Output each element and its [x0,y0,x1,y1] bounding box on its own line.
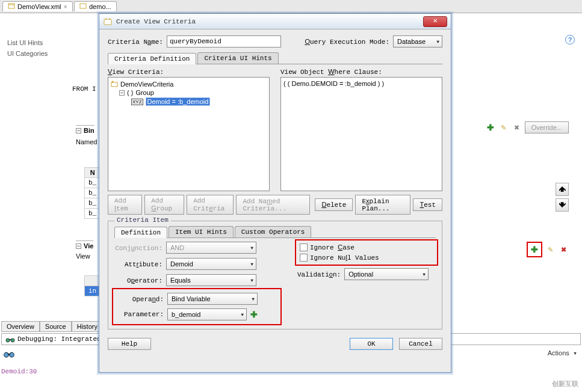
bind-section-header: Bin [84,127,94,134]
debug-text: Debugging: IntegratedWe [17,335,109,343]
collapse-icon[interactable]: − [76,128,81,133]
move-down-button[interactable]: 🢃 [556,198,569,212]
operand-combo[interactable]: Bind Variable [167,293,258,305]
editor-tabstrip: DemoView.xml × demo... [0,0,582,13]
bind-toolbar: ✚ ✎ ✖ Override... [485,121,569,133]
add-icon[interactable]: ✚ [485,122,496,133]
attribute-combo[interactable]: Demoid [166,258,256,270]
collapse-icon[interactable]: − [119,90,125,96]
ok-button[interactable]: OK [350,338,393,350]
operator-combo[interactable]: Equals [166,274,256,286]
delete-button[interactable]: Delete [315,198,353,211]
debug-icon [5,335,15,343]
tab-custom-operators[interactable]: Custom Operators [235,226,312,237]
ignore-case-checkbox[interactable] [300,243,308,251]
tab-criteria-definition[interactable]: Criteria Definition [108,53,196,64]
status-text: Demoid:30 [1,368,37,375]
ignore-null-checkbox[interactable] [300,254,308,262]
validation-label: Validation: [297,271,341,278]
criteria-tree[interactable]: DemoViewCriteria − ( ) Group XYZ Demoid … [108,77,270,191]
titlebar[interactable]: Create View Criteria ✕ [99,14,451,29]
operand-label: Operand: [116,295,164,303]
add-named-criteria-button[interactable]: Add Named Criteria... [236,195,310,215]
query-mode-combo[interactable]: Database [393,35,442,47]
add-criteria-button[interactable]: Add Criteria [187,195,234,215]
where-clause-label: View Object Where Clause: [280,68,442,76]
table-cell[interactable]: b_ [85,178,101,188]
test-button[interactable]: Test [413,198,442,211]
attribute-label: Attribute: [114,260,163,268]
parameter-combo[interactable]: b_demoid [167,308,247,320]
svg-rect-9 [111,82,117,87]
criteria-name-input[interactable] [167,35,281,47]
editor-tab-demo[interactable]: demo... [74,1,117,11]
table-cell[interactable]: b_ [85,198,101,209]
editor-tab-label: DemoView.xml [17,3,61,10]
svg-rect-0 [8,4,14,8]
binoculars-icon[interactable] [4,349,13,357]
dialog-title: Create View Criteria [116,18,423,25]
table-cell[interactable]: b_ [85,209,101,219]
edit-icon[interactable]: ✎ [545,244,556,255]
move-up-button[interactable]: 🢁 [556,183,569,196]
tree-leaf-selected[interactable]: Demoid = :b_demoid [146,97,211,106]
tree-root[interactable]: DemoViewCriteria [120,81,173,88]
where-clause-box: ( ( Demo.DEMOID = :b_demoid ) ) [280,77,442,191]
item-tabstrip: Definition Item UI Hints Custom Operator… [114,226,436,238]
create-view-criteria-dialog: Create View Criteria ✕ Criteria Name: Qu… [99,13,451,373]
criteria-item-fieldset: Criteria Item Definition Item UI Hints C… [108,221,442,329]
named-label: Named [76,138,97,145]
criteria-root-icon [111,81,118,88]
editor-tab-demoview[interactable]: DemoView.xml × [2,1,73,11]
help-button[interactable]: Help [108,338,151,350]
delete-icon[interactable]: ✖ [558,244,569,255]
svg-rect-4 [9,339,11,340]
add-icon[interactable]: ✚ [529,244,540,255]
add-item-button[interactable]: Add Item [108,195,142,215]
file-icon [8,3,15,10]
file-icon [79,3,87,10]
tab-item-ui-hints[interactable]: Item UI Hints [169,226,234,237]
validation-combo[interactable]: Optional [344,268,429,280]
views-toolbar: ✚ ✎ ✖ [527,242,569,257]
svg-rect-8 [104,19,111,25]
dialog-footer: Help OK Cancel [99,334,451,356]
collapse-icon[interactable]: − [76,243,81,249]
tab-source[interactable]: Source [40,321,72,332]
query-mode-label: Query Execution Mode: [305,38,389,46]
svg-rect-1 [80,4,86,8]
bottom-tabstrip: Overview Source History [1,321,103,332]
edit-icon[interactable]: ✎ [498,122,509,133]
explain-plan-button[interactable]: Explain Plan... [355,195,410,215]
nav-item-ui-categories[interactable]: UI Categories [2,48,69,59]
close-icon[interactable]: × [64,3,67,10]
actions-menu[interactable]: Actions ▾ [548,349,577,357]
table-cell[interactable]: b_ [85,188,101,198]
override-button[interactable]: Override... [525,121,569,133]
views-section-header: Vie [84,242,93,250]
delete-icon[interactable]: ✖ [512,122,522,133]
cancel-button[interactable]: Cancel [399,338,442,350]
conjunction-combo: AND [166,242,256,254]
ignore-null-label: Ignore Null Values [310,254,379,262]
dialog-icon [103,17,113,26]
add-group-button[interactable]: Add Group [144,195,184,215]
add-parameter-icon[interactable]: ✚ [250,310,258,319]
ignore-case-label: Ignore Case [310,243,354,251]
svg-rect-7 [8,354,11,355]
view-criteria-label: View Criteria: [108,68,270,76]
tab-definition[interactable]: Definition [114,227,167,238]
editor-tab-label: demo... [89,3,111,10]
criteria-tabstrip: Criteria Definition Criteria UI Hints [108,52,442,64]
reorder-arrows: 🢁 🢃 [556,183,569,212]
nav-item-list-ui-hints[interactable]: List UI Hints [2,37,69,48]
tab-criteria-ui-hints[interactable]: Criteria UI Hints [197,52,278,64]
operator-label: Operator: [114,277,163,284]
left-nav: List UI Hints UI Categories [2,37,69,59]
tab-overview[interactable]: Overview [1,321,40,332]
watermark: 创新互联 [552,378,578,388]
criteria-item-legend: Criteria Item [114,216,171,224]
tree-group[interactable]: Group [135,89,154,96]
conjunction-label: Conjunction: [114,244,163,252]
close-button[interactable]: ✕ [423,16,447,27]
